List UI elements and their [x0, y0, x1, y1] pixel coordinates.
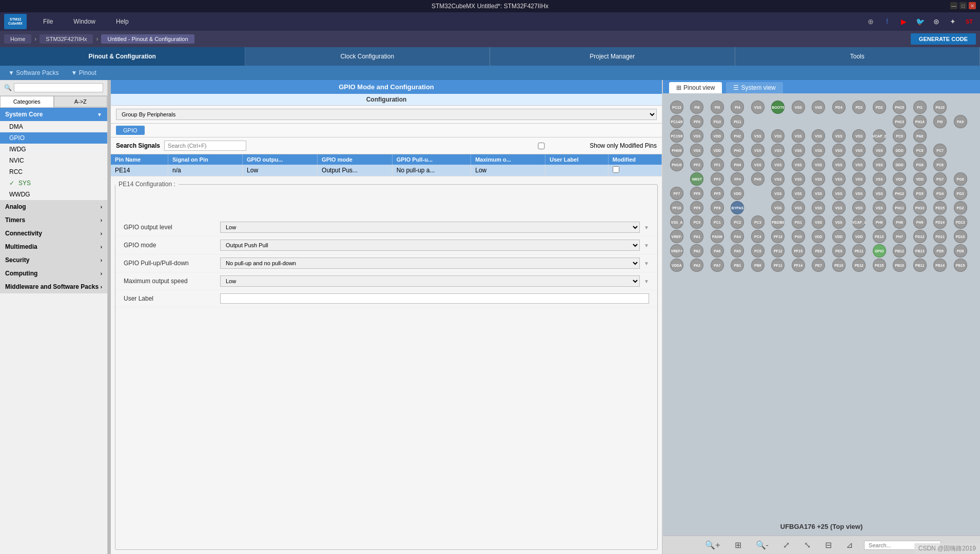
generate-code-button[interactable]: GENERATE CODE	[911, 33, 976, 45]
pin-circle[interactable]: PH15	[893, 101, 906, 114]
sidebar-item-rcc[interactable]: RCC	[0, 166, 107, 177]
pin-circle[interactable]: VREF-	[670, 230, 683, 243]
pin-circle[interactable]: VSS	[832, 158, 846, 171]
pin-circle[interactable]	[812, 115, 825, 128]
pin-circle[interactable]: VSS	[792, 129, 805, 143]
pin-circle[interactable]: VSS	[812, 187, 825, 200]
gpio-mode-select[interactable]: Output Push Pull	[220, 240, 640, 251]
pin-circle[interactable]: PB1	[731, 259, 744, 272]
pin-circle[interactable]: PC3	[751, 215, 765, 229]
pin-circle[interactable]: PA8	[913, 129, 927, 143]
pin-circle[interactable]: PE7	[812, 259, 825, 272]
pin-circle[interactable]: PH6	[873, 215, 886, 229]
pin-circle[interactable]: PD11	[933, 230, 947, 243]
breadcrumb-home[interactable]: Home	[4, 34, 31, 44]
pin-circle[interactable]: VDD	[852, 230, 866, 243]
sidebar-section-header-analog[interactable]: Analog ›	[0, 200, 107, 213]
pin-circle[interactable]: PF5	[711, 187, 724, 200]
pin-circle[interactable]: VSS_A	[670, 215, 683, 229]
sidebar-item-sys[interactable]: SYS	[0, 177, 107, 189]
pin-circle[interactable]: PC6	[933, 158, 947, 171]
pin-circle[interactable]: VDDA	[670, 259, 683, 272]
minimize-btn[interactable]: —	[950, 2, 957, 9]
pin-circle[interactable]: PD8	[954, 244, 967, 258]
pin-circle[interactable]: PD12	[913, 230, 927, 243]
pin-circle[interactable]: VSS	[832, 129, 846, 143]
pin-circle[interactable]: FF1	[711, 158, 724, 171]
pin-circle[interactable]: PC7	[933, 144, 947, 157]
pin-circle[interactable]: VSS	[852, 158, 866, 171]
pin-circle[interactable]: PE15	[873, 259, 886, 272]
pin-circle[interactable]: VDD	[913, 172, 927, 186]
pin-circle[interactable]: PA7	[711, 259, 724, 272]
tab-pinout[interactable]: Pinout & Configuration	[0, 47, 245, 66]
pin-circle[interactable]: VSS	[751, 101, 765, 114]
pin-circle[interactable]: PF9	[690, 201, 703, 214]
pin-circle[interactable]: PC1	[711, 215, 724, 229]
pin-circle[interactable]: PC4	[751, 230, 765, 243]
pin-circle[interactable]: PE12	[852, 259, 866, 272]
pin-circle[interactable]: PG7	[933, 172, 947, 186]
fit-btn[interactable]: ⊞	[732, 539, 744, 551]
pin-circle[interactable]: PF15	[792, 244, 805, 258]
sidebar-item-gpio[interactable]: GPIO	[0, 132, 107, 144]
pin-circle[interactable]: PF8	[711, 201, 724, 214]
cat-tab-az[interactable]: A->Z	[54, 96, 108, 107]
pin-circle[interactable]	[873, 115, 886, 128]
pin-circle[interactable]: PF0	[690, 115, 703, 128]
pin-circle[interactable]: VSS	[792, 158, 805, 171]
rotate-btn[interactable]: ⤡	[801, 539, 814, 551]
table-row[interactable]: PE14 n/a Low Output Pus... No pull-up a.…	[111, 165, 662, 176]
pin-circle[interactable]: PG5	[913, 187, 927, 200]
pin-circle[interactable]: PI8	[690, 101, 703, 114]
pin-circle[interactable]: PE11	[852, 244, 866, 258]
pin-circle[interactable]: PB13	[913, 244, 927, 258]
pin-circle[interactable]: PB10	[893, 259, 906, 272]
pin-circle[interactable]: VSS	[812, 201, 825, 214]
breadcrumb-device[interactable]: STM32F427IIHx	[40, 34, 93, 44]
show-modified-checkbox[interactable]	[495, 143, 587, 149]
pin-circle[interactable]: PF14	[792, 259, 805, 272]
pin-circle[interactable]: VSS	[832, 201, 846, 214]
pin-circle[interactable]: VSS	[852, 172, 866, 186]
close-btn[interactable]: ✕	[969, 2, 976, 9]
grid-btn[interactable]: ⊿	[843, 539, 856, 551]
pin-circle[interactable]: VDD	[711, 129, 724, 143]
pin-circle[interactable]: PF11	[771, 259, 785, 272]
pin-circle[interactable]: DDD	[893, 158, 906, 171]
facebook-icon-btn[interactable]: f	[880, 15, 894, 28]
tab-pinout-view[interactable]: ⊞ Pinout view	[669, 82, 722, 93]
pin-circle[interactable]: NRST	[690, 172, 703, 186]
sidebar-section-header-middleware[interactable]: Middleware and Software Packs ›	[0, 280, 107, 293]
pin-circle[interactable]: VSS	[812, 144, 825, 157]
breadcrumb-project[interactable]: Untitled - Pinout & Configuration	[101, 34, 194, 44]
pin-circle[interactable]: PG2	[954, 201, 967, 214]
group-by-select[interactable]: Group By Peripherals	[116, 109, 657, 120]
pin-circle[interactable]: PD3	[852, 101, 866, 114]
pull-select[interactable]: No pull-up and no pull-down	[220, 258, 640, 269]
pin-circle[interactable]: PF6	[690, 187, 703, 200]
pin-circle[interactable]: VSS	[852, 144, 866, 157]
sidebar-item-dma[interactable]: DMA	[0, 121, 107, 132]
pin-circle[interactable]: PF2	[690, 158, 703, 171]
pin-circle[interactable]: PA6	[711, 244, 724, 258]
pin-circle[interactable]: VSS	[792, 101, 805, 114]
pin-circle[interactable]: DDD	[893, 144, 906, 157]
sidebar-section-header-timers[interactable]: Timers ›	[0, 213, 107, 227]
pin-circle[interactable]	[751, 187, 765, 200]
signal-search-input[interactable]	[164, 141, 246, 151]
pin-circle[interactable]: PH10	[913, 201, 927, 214]
pin-circle[interactable]: VSS	[751, 158, 765, 171]
pin-circle[interactable]: PH0/0	[670, 144, 683, 157]
pin-circle[interactable]: VSS	[832, 215, 846, 229]
pin-circle[interactable]: VSS	[792, 201, 805, 214]
pin-circle[interactable]: PA2	[690, 244, 703, 258]
pin-circle[interactable]: VSS	[852, 201, 866, 214]
pin-circle[interactable]: VSS	[751, 129, 765, 143]
pin-circle[interactable]: PC5	[751, 244, 765, 258]
pin-circle[interactable]: VSS	[873, 187, 886, 200]
pin-circle[interactable]: PD9	[933, 244, 947, 258]
subtab-pinout[interactable]: ▼ Pinout	[71, 69, 96, 76]
mirror-btn[interactable]: ⊟	[822, 539, 835, 551]
pin-circle[interactable]: PF13	[771, 230, 785, 243]
